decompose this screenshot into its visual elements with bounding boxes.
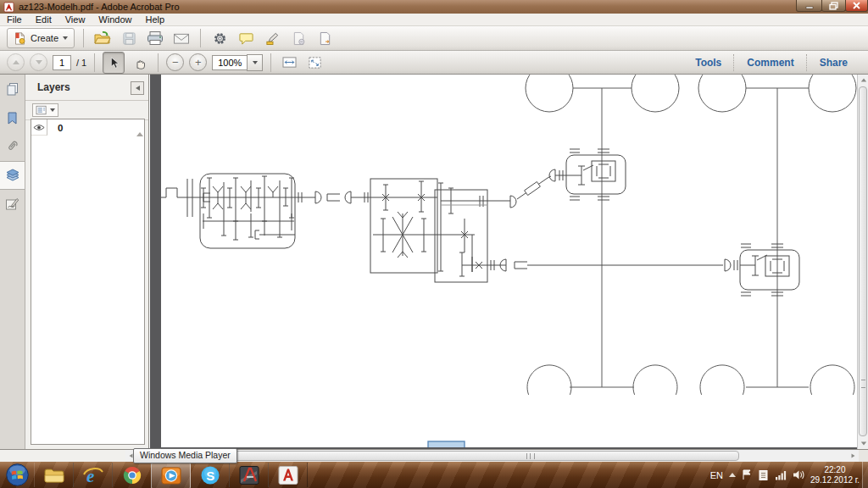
front-differential-group — [566, 149, 626, 200]
page-minus-icon — [292, 31, 305, 46]
zoom-level-input[interactable] — [212, 55, 247, 70]
action-center-flag-icon[interactable] — [742, 469, 752, 480]
menu-help[interactable]: Help — [138, 14, 171, 25]
export-page-button[interactable] — [314, 28, 335, 48]
nav-layers-button[interactable] — [0, 161, 25, 190]
zoom-dropdown-button[interactable] — [247, 54, 263, 71]
volume-icon[interactable] — [793, 469, 804, 480]
thumb-grip — [526, 453, 535, 459]
minus-icon: − — [172, 58, 179, 67]
acrobat-app-icon[interactable] — [3, 2, 14, 13]
taskbar-tooltip: Windows Media Player — [133, 448, 237, 463]
chrome-icon — [122, 465, 142, 485]
select-tool-button[interactable] — [103, 52, 125, 74]
menu-edit[interactable]: Edit — [29, 14, 58, 25]
layers-panel: Layers — [25, 75, 149, 449]
preferences-button[interactable] — [209, 28, 230, 48]
start-button[interactable] — [5, 463, 30, 487]
window-bottom-bar — [0, 449, 868, 462]
wheels-axles-group — [526, 75, 856, 395]
menu-view[interactable]: View — [58, 14, 92, 25]
hidden-icons-button[interactable] — [729, 473, 736, 477]
layer-options-button[interactable] — [32, 103, 58, 117]
comment-tool-button[interactable] — [236, 28, 256, 48]
svg-text:S: S — [206, 468, 214, 482]
navigation-panel-strip — [0, 75, 25, 449]
scroll-down-button[interactable] — [858, 438, 868, 449]
save-file-button[interactable] — [119, 28, 139, 48]
scroll-down-icon — [860, 442, 865, 446]
tray-clock[interactable]: 22:20 29.12.2012 г. — [810, 465, 860, 485]
fit-width-button[interactable] — [279, 53, 299, 73]
taskbar-skype-button[interactable]: S — [190, 463, 230, 487]
minimize-button[interactable] — [796, 0, 822, 12]
show-desktop-button[interactable] — [862, 462, 868, 488]
tab-comment[interactable]: Comment — [735, 57, 805, 69]
scroll-right-icon — [852, 454, 855, 458]
zoom-in-button[interactable]: + — [189, 53, 207, 71]
scrollbar-corner — [859, 450, 868, 462]
propshaft-joints-group — [315, 191, 370, 203]
open-folder-icon — [94, 30, 111, 46]
gear-icon — [213, 31, 227, 46]
toolbar-separator — [94, 53, 95, 72]
nav-bookmarks-button[interactable] — [0, 103, 25, 132]
close-icon — [853, 2, 860, 9]
fit-page-button[interactable] — [304, 53, 325, 73]
language-indicator[interactable]: EN — [710, 470, 723, 480]
panel-collapse-button[interactable] — [131, 81, 144, 95]
tab-share[interactable]: Share — [808, 57, 860, 69]
layer-visibility-toggle[interactable] — [31, 119, 47, 136]
vertical-scrollbar[interactable] — [857, 75, 868, 449]
task-pane-tabs: Tools Comment Share — [683, 51, 860, 75]
taskbar-media-player-button[interactable] — [151, 463, 191, 488]
minimize-icon — [805, 3, 814, 9]
vertical-scroll-thumb[interactable] — [859, 86, 867, 436]
tray-date: 29.12.2012 г. — [810, 475, 860, 485]
menu-file[interactable]: File — [0, 14, 29, 25]
window-titlebar[interactable]: az123-Modelh.pdf - Adobe Acrobat Pro — [0, 0, 868, 14]
nav-signatures-button[interactable] — [0, 190, 25, 219]
blue-selection-box — [428, 441, 465, 447]
sign-stamp-button[interactable] — [262, 28, 282, 48]
page-number-input[interactable] — [53, 55, 71, 70]
layer-row-0[interactable]: 0 — [31, 119, 144, 136]
tab-tools[interactable]: Tools — [683, 57, 733, 69]
nav-attachments-button[interactable] — [0, 132, 25, 161]
nav-pages-button[interactable] — [0, 75, 25, 103]
document-tray-icon[interactable] — [758, 469, 769, 481]
toolbar-separator — [83, 29, 84, 47]
taskbar-internet-explorer-button[interactable]: e — [73, 463, 113, 487]
tray-time: 22:20 — [810, 465, 860, 475]
scroll-up-icon — [860, 79, 865, 82]
previous-page-button[interactable] — [7, 53, 25, 71]
taskbar-explorer-button[interactable] — [34, 463, 74, 487]
create-button[interactable]: Create — [7, 28, 75, 48]
taskbar-acrobat-button[interactable] — [268, 463, 308, 487]
email-button[interactable] — [171, 28, 192, 48]
pen-stamp-icon — [265, 31, 280, 46]
print-button[interactable] — [145, 28, 165, 48]
taskbar-autocad-button[interactable] — [229, 463, 269, 487]
envelope-icon — [173, 32, 190, 45]
open-file-button[interactable] — [92, 28, 113, 48]
remove-page-button[interactable] — [288, 28, 309, 48]
menu-window[interactable]: Window — [92, 14, 138, 25]
internet-explorer-icon: e — [82, 464, 104, 486]
next-page-button[interactable] — [30, 53, 47, 71]
restore-button[interactable] — [821, 0, 846, 12]
windows-start-icon — [5, 463, 30, 487]
pdf-page[interactable] — [161, 75, 857, 447]
toolbar-separator — [200, 29, 201, 47]
paperclip-icon — [5, 140, 19, 154]
layer-list-scroll-up[interactable] — [136, 122, 143, 132]
close-button[interactable] — [845, 0, 868, 12]
zoom-out-button[interactable]: − — [166, 53, 184, 71]
taskbar-chrome-button[interactable] — [112, 463, 152, 487]
hand-tool-button[interactable] — [130, 53, 150, 73]
layers-icon — [6, 169, 19, 183]
scroll-right-button[interactable] — [848, 450, 859, 462]
scroll-up-button[interactable] — [858, 75, 868, 86]
network-signal-icon[interactable] — [775, 470, 787, 480]
document-view[interactable] — [150, 75, 857, 449]
